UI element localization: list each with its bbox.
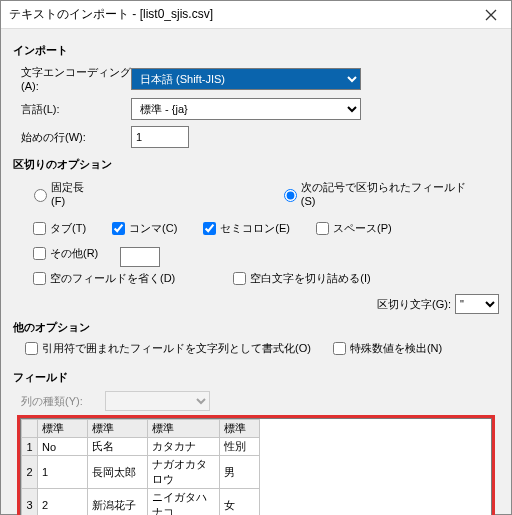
detect-special-label[interactable]: 特殊数値を検出(N): [329, 339, 442, 358]
startrow-input[interactable]: [131, 126, 189, 148]
cell[interactable]: 性別: [220, 438, 260, 456]
content-area: インポート 文字エンコーディング(A): 日本語 (Shift-JIS) 言語(…: [1, 29, 511, 515]
titlebar: テキストのインポート - [list0_sjis.csv]: [1, 1, 511, 29]
tab-text: タブ(T): [50, 221, 86, 236]
trim-check[interactable]: [233, 272, 246, 285]
semicolon-check[interactable]: [203, 222, 216, 235]
tab-check-label[interactable]: タブ(T): [29, 219, 86, 238]
quote-select[interactable]: ": [455, 294, 499, 314]
quoted-as-text-label[interactable]: 引用符で囲まれたフィールドを文字列として書式化(O): [21, 339, 311, 358]
table-row: 1 No 氏名 カタカナ 性別: [22, 438, 260, 456]
quoted-as-text-text: 引用符で囲まれたフィールドを文字列として書式化(O): [42, 341, 311, 356]
table-row: 2 1 長岡太郎 ナガオカタロウ 男: [22, 456, 260, 489]
row-number: 3: [22, 489, 38, 516]
corner-cell: [22, 420, 38, 438]
quoted-as-text-check[interactable]: [25, 342, 38, 355]
encoding-label: 文字エンコーディング(A):: [21, 65, 131, 92]
cell[interactable]: 長岡太郎: [88, 456, 148, 489]
comma-text: コンマ(C): [129, 221, 177, 236]
other-text: その他(R): [50, 246, 98, 261]
language-select[interactable]: 標準 - {ja}: [131, 98, 361, 120]
cell[interactable]: 女: [220, 489, 260, 516]
close-button[interactable]: [471, 1, 511, 29]
delim-heading: 区切りのオプション: [13, 157, 499, 172]
row-number: 2: [22, 456, 38, 489]
other-check-label[interactable]: その他(R): [29, 244, 98, 263]
preview-highlight: 標準 標準 標準 標準 1 No 氏名 カタカナ 性別 2 1: [17, 415, 495, 515]
fixed-width-text: 固定長(F): [51, 180, 97, 207]
encoding-select[interactable]: 日本語 (Shift-JIS): [131, 68, 361, 90]
delimited-radio[interactable]: [284, 189, 297, 202]
preview-header-row: 標準 標準 標準 標準: [22, 420, 260, 438]
startrow-label: 始めの行(W):: [21, 130, 131, 145]
col-header[interactable]: 標準: [148, 420, 220, 438]
cell[interactable]: 1: [38, 456, 88, 489]
semicolon-text: セミコロン(E): [220, 221, 290, 236]
close-icon: [485, 9, 497, 21]
coltype-select: [105, 391, 210, 411]
cell[interactable]: 新潟花子: [88, 489, 148, 516]
comma-check-label[interactable]: コンマ(C): [108, 219, 177, 238]
table-row: 3 2 新潟花子 ニイガタハナコ 女: [22, 489, 260, 516]
space-check[interactable]: [316, 222, 329, 235]
semicolon-check-label[interactable]: セミコロン(E): [199, 219, 290, 238]
other-heading: 他のオプション: [13, 320, 499, 335]
other-delim-input[interactable]: [120, 247, 160, 267]
trim-text: 空白文字を切り詰める(I): [250, 271, 370, 286]
comma-check[interactable]: [112, 222, 125, 235]
preview-table: 標準 標準 標準 標準 1 No 氏名 カタカナ 性別 2 1: [21, 419, 260, 515]
language-label: 言語(L):: [21, 102, 131, 117]
cell[interactable]: ナガオカタロウ: [148, 456, 220, 489]
cell[interactable]: ニイガタハナコ: [148, 489, 220, 516]
import-heading: インポート: [13, 43, 499, 58]
preview-pane[interactable]: 標準 標準 標準 標準 1 No 氏名 カタカナ 性別 2 1: [20, 418, 492, 515]
space-text: スペース(P): [333, 221, 392, 236]
fields-heading: フィールド: [13, 370, 499, 385]
merge-check-label[interactable]: 空のフィールドを省く(D): [29, 269, 175, 288]
tab-check[interactable]: [33, 222, 46, 235]
merge-check[interactable]: [33, 272, 46, 285]
cell[interactable]: No: [38, 438, 88, 456]
other-check[interactable]: [33, 247, 46, 260]
space-check-label[interactable]: スペース(P): [312, 219, 392, 238]
detect-special-text: 特殊数値を検出(N): [350, 341, 442, 356]
window-title: テキストのインポート - [list0_sjis.csv]: [9, 6, 213, 23]
trim-check-label[interactable]: 空白文字を切り詰める(I): [229, 269, 370, 288]
col-header[interactable]: 標準: [88, 420, 148, 438]
delimited-radio-label[interactable]: 次の記号で区切られたフィールド(S): [279, 180, 477, 207]
fixed-width-radio[interactable]: [34, 189, 47, 202]
cell[interactable]: 氏名: [88, 438, 148, 456]
delimited-text: 次の記号で区切られたフィールド(S): [301, 180, 477, 207]
col-header[interactable]: 標準: [220, 420, 260, 438]
dialog-window: テキストのインポート - [list0_sjis.csv] インポート 文字エン…: [0, 0, 512, 515]
row-number: 1: [22, 438, 38, 456]
fixed-width-radio-label[interactable]: 固定長(F): [29, 180, 97, 207]
cell[interactable]: 男: [220, 456, 260, 489]
cell[interactable]: カタカナ: [148, 438, 220, 456]
coltype-label: 列の種類(Y):: [21, 394, 105, 409]
cell[interactable]: 2: [38, 489, 88, 516]
merge-text: 空のフィールドを省く(D): [50, 271, 175, 286]
detect-special-check[interactable]: [333, 342, 346, 355]
col-header[interactable]: 標準: [38, 420, 88, 438]
quote-label: 区切り文字(G):: [377, 297, 451, 312]
